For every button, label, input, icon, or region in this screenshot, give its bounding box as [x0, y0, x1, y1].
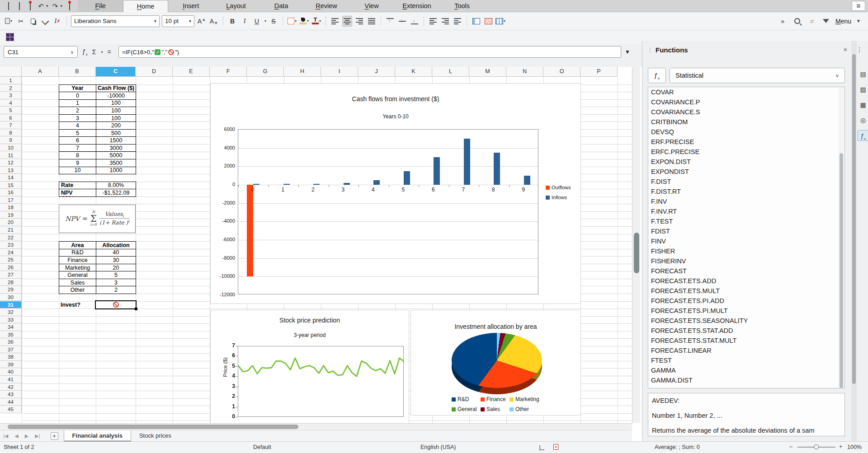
cell[interactable]: 200 [96, 122, 136, 130]
summary-table[interactable]: Rate8.00%NPV-$1,522.09 [59, 182, 136, 197]
row-header-2[interactable]: 2 [0, 84, 22, 92]
function-wizard-button[interactable]: ƒx [648, 68, 666, 83]
function-item-covariance.p[interactable]: COVARIANCE.P [648, 97, 844, 107]
menu-tab-insert[interactable]: Insert [168, 0, 213, 12]
cell[interactable]: 20 [96, 264, 136, 271]
background-color-button[interactable]: ▾ [299, 16, 309, 27]
cell[interactable]: 8 [59, 152, 96, 159]
copy-button[interactable] [28, 16, 38, 27]
column-header-D[interactable]: D [136, 67, 173, 77]
italic-button[interactable]: I [240, 16, 250, 27]
column-header-I[interactable]: I [321, 67, 358, 77]
row-header-10[interactable]: 10 [0, 144, 22, 152]
function-item-forecast.ets.pi.mult[interactable]: FORECAST.ETS.PI.MULT [648, 306, 844, 316]
function-item-covar[interactable]: COVAR [648, 87, 844, 97]
function-item-f.dist[interactable]: F.DIST [648, 177, 844, 187]
strikethrough-button[interactable]: S [269, 16, 278, 27]
function-item-f.inv[interactable]: F.INV [648, 196, 844, 206]
cell[interactable]: 3 [96, 279, 136, 286]
sheet-info[interactable]: Sheet 1 of 2 [4, 444, 34, 450]
column-header-P[interactable]: P [580, 67, 618, 77]
font-name-combobox[interactable]: Liberation Sans▾ [71, 15, 160, 27]
autofilter-icon[interactable] [821, 16, 831, 27]
name-box-dropdown-icon[interactable]: ∨ [71, 50, 74, 55]
function-item-forecast.ets.seasonality[interactable]: FORECAST.ETS.SEASONALITY [648, 316, 844, 326]
redo-icon[interactable]: ↷ [52, 2, 59, 10]
undo-icon[interactable]: ↶ [37, 2, 45, 10]
unmerge-cells-button[interactable]: ▾ [495, 16, 505, 27]
function-list[interactable]: COVARCOVARIANCE.PCOVARIANCE.SCRITBINOMDE… [648, 87, 845, 388]
menu-tab-layout[interactable]: Layout [213, 0, 259, 12]
align-right-button[interactable] [354, 16, 364, 27]
clear-formatting-button[interactable]: I✗ [52, 16, 62, 27]
properties-deck-icon[interactable]: ▤ [858, 69, 868, 79]
column-header-C[interactable]: C [96, 67, 136, 77]
new-document-icon[interactable] [5, 2, 12, 10]
wrap-text-button[interactable] [453, 16, 462, 27]
row-header-5[interactable]: 5 [0, 107, 22, 114]
gallery-deck-icon[interactable]: ▦ [858, 99, 868, 110]
row-header-19[interactable]: 19 [0, 211, 22, 219]
cell[interactable]: 5000 [96, 152, 136, 159]
cash-flow-table[interactable]: YearCash Flow ($)0-100001100210031004200… [59, 84, 136, 175]
cell[interactable]: 40 [96, 249, 136, 257]
bar-chart[interactable]: Cash flows from investment ($)Years 0-10… [210, 83, 581, 304]
cell[interactable]: Rate [59, 182, 96, 189]
row-header-7[interactable]: 7 [0, 121, 22, 129]
center-vertically-button[interactable] [397, 16, 407, 27]
pie-chart[interactable]: Investment allocation by areaR&DFinanceM… [410, 310, 581, 416]
function-item-fisher[interactable]: FISHER [648, 246, 844, 256]
formula-input[interactable]: =IF(C16>0," ✓ "," ") [118, 46, 621, 58]
column-header-B[interactable]: B [59, 67, 96, 77]
row-header-8[interactable]: 8 [0, 129, 22, 137]
menu-tab-tools[interactable]: Tools [439, 0, 485, 12]
table-grid-icon[interactable] [6, 33, 14, 41]
row-header-36[interactable]: 36 [0, 338, 22, 346]
menu-tab-extension[interactable]: Extension [394, 0, 439, 12]
font-color-button[interactable]: T▾ [311, 16, 321, 27]
page-style[interactable]: Default [253, 444, 271, 450]
row-header-14[interactable]: 14 [0, 174, 22, 182]
functions-deck-icon[interactable]: ƒx [858, 130, 868, 141]
cell[interactable]: -$1,522.09 [96, 189, 136, 197]
save-icon[interactable] [26, 2, 34, 10]
menu-dropdown-icon[interactable]: ▼ [856, 19, 861, 23]
vertical-scrollbar-thumb[interactable] [634, 233, 639, 273]
justify-button[interactable] [367, 16, 377, 27]
function-item-finv[interactable]: FINV [648, 236, 844, 246]
cell[interactable]: Allocation [96, 242, 136, 249]
cell[interactable]: 5 [59, 129, 96, 137]
row-header-22[interactable]: 22 [0, 234, 22, 242]
cut-button[interactable]: ✂ [16, 16, 26, 27]
add-sheet-button[interactable]: + [51, 432, 58, 440]
row-header-30[interactable]: 30 [0, 294, 22, 301]
increase-font-size-button[interactable]: A▲ [197, 16, 207, 27]
paste-button[interactable]: ▾ [4, 16, 14, 27]
column-header-J[interactable]: J [358, 67, 395, 77]
horizontal-scrollbar[interactable] [0, 423, 632, 430]
cell[interactable]: 5 [96, 271, 136, 279]
function-item-f.test[interactable]: F.TEST [648, 216, 844, 226]
function-item-critbinom[interactable]: CRITBINOM [648, 117, 844, 127]
previous-sheet-icon[interactable]: ◀ [11, 433, 21, 439]
styles-deck-icon[interactable]: ▨ [858, 84, 868, 95]
row-header-41[interactable]: 41 [0, 376, 22, 383]
cell[interactable]: 4 [59, 122, 96, 130]
cell[interactable]: R&D [59, 249, 96, 257]
cell[interactable]: 3000 [96, 144, 136, 152]
cell[interactable]: NPV [59, 189, 96, 197]
selection-summary[interactable]: Average: ; Sum: 0 [655, 444, 700, 450]
cell[interactable]: Marketing [59, 264, 96, 271]
cell[interactable]: -10000 [96, 92, 136, 100]
cell[interactable]: Area [59, 242, 96, 249]
function-item-f.dist.rt[interactable]: F.DIST.RT [648, 187, 844, 196]
function-item-forecast.ets.pi.add[interactable]: FORECAST.ETS.PI.ADD [648, 296, 844, 306]
zoom-level[interactable]: 100% [847, 444, 862, 450]
cell[interactable]: General [59, 271, 96, 279]
align-center-button[interactable] [342, 16, 352, 27]
row-header-24[interactable]: 24 [0, 249, 22, 257]
column-header-O[interactable]: O [543, 67, 580, 77]
cell[interactable]: 2 [59, 107, 96, 115]
row-header-11[interactable]: 11 [0, 152, 22, 159]
row-header-23[interactable]: 23 [0, 241, 22, 249]
